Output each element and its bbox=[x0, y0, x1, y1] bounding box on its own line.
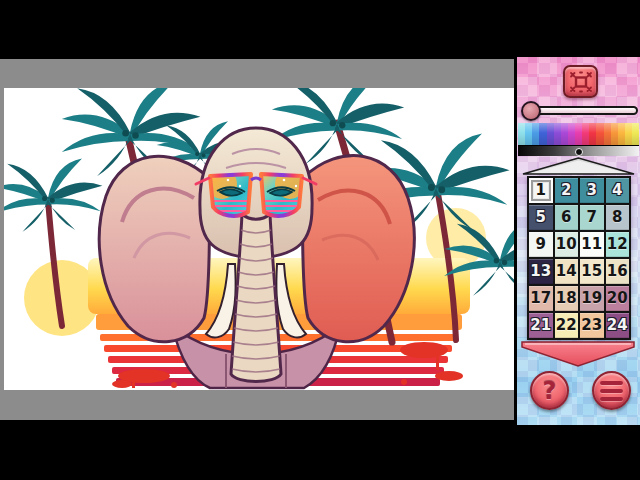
palette-cell-3[interactable]: 3 bbox=[580, 178, 604, 203]
spectrum-swatch-1[interactable] bbox=[525, 123, 532, 145]
spectrum-swatch-0[interactable] bbox=[518, 123, 525, 145]
spectrum-swatch-12[interactable] bbox=[604, 123, 611, 145]
spectrum-swatch-3[interactable] bbox=[539, 123, 546, 145]
shade-gradient-bar[interactable] bbox=[518, 145, 639, 156]
palette-cell-14[interactable]: 14 bbox=[555, 259, 579, 284]
palette-cell-8[interactable]: 8 bbox=[606, 205, 630, 230]
palette-arrow-banner bbox=[521, 341, 635, 367]
palette-cell-7[interactable]: 7 bbox=[580, 205, 604, 230]
spectrum-swatch-11[interactable] bbox=[596, 123, 603, 145]
frame-target-icon bbox=[569, 71, 593, 93]
palette-cell-1[interactable]: 1 bbox=[529, 178, 553, 203]
tool-sidebar: 123456789101112131415161718192021222324 … bbox=[514, 57, 640, 425]
spectrum-swatch-5[interactable] bbox=[554, 123, 561, 145]
spectrum-swatch-16[interactable] bbox=[632, 123, 639, 145]
palette-cell-23[interactable]: 23 bbox=[580, 313, 604, 338]
palette-cell-19[interactable]: 19 bbox=[580, 286, 604, 311]
frame-tool-button[interactable] bbox=[563, 65, 598, 98]
size-slider-knob[interactable] bbox=[521, 101, 541, 121]
spectrum-swatch-2[interactable] bbox=[532, 123, 539, 145]
spectrum-swatch-4[interactable] bbox=[547, 123, 554, 145]
palette-cell-6[interactable]: 6 bbox=[555, 205, 579, 230]
spectrum-swatch-10[interactable] bbox=[589, 123, 596, 145]
palette-roof bbox=[522, 157, 635, 175]
spectrum-swatch-15[interactable] bbox=[625, 123, 632, 145]
coloring-canvas[interactable] bbox=[4, 88, 514, 390]
shade-marker[interactable] bbox=[575, 148, 583, 156]
color-spectrum-bar[interactable] bbox=[518, 123, 639, 145]
spectrum-swatch-8[interactable] bbox=[575, 123, 582, 145]
palette-cell-9[interactable]: 9 bbox=[529, 232, 553, 257]
palette-cell-24[interactable]: 24 bbox=[606, 313, 630, 338]
color-number-grid: 123456789101112131415161718192021222324 bbox=[527, 176, 631, 340]
elephant-artwork bbox=[4, 88, 514, 390]
spectrum-swatch-7[interactable] bbox=[568, 123, 575, 145]
palette-cell-20[interactable]: 20 bbox=[606, 286, 630, 311]
spectrum-swatch-13[interactable] bbox=[611, 123, 618, 145]
help-button[interactable]: ? bbox=[530, 371, 569, 410]
menu-icon bbox=[600, 379, 623, 403]
spectrum-swatch-14[interactable] bbox=[618, 123, 625, 145]
palette-cell-10[interactable]: 10 bbox=[555, 232, 579, 257]
game-window: 123456789101112131415161718192021222324 … bbox=[0, 0, 640, 480]
menu-button[interactable] bbox=[592, 371, 631, 410]
palette-cell-13[interactable]: 13 bbox=[529, 259, 553, 284]
palette-cell-22[interactable]: 22 bbox=[555, 313, 579, 338]
spectrum-swatch-6[interactable] bbox=[561, 123, 568, 145]
spectrum-swatch-9[interactable] bbox=[582, 123, 589, 145]
palette-cell-11[interactable]: 11 bbox=[580, 232, 604, 257]
palette-cell-5[interactable]: 5 bbox=[529, 205, 553, 230]
palette-cell-18[interactable]: 18 bbox=[555, 286, 579, 311]
palette-cell-2[interactable]: 2 bbox=[555, 178, 579, 203]
palette-cell-21[interactable]: 21 bbox=[529, 313, 553, 338]
question-mark-icon: ? bbox=[543, 377, 557, 405]
palette-cell-15[interactable]: 15 bbox=[580, 259, 604, 284]
palette-cell-4[interactable]: 4 bbox=[606, 178, 630, 203]
palette-cell-16[interactable]: 16 bbox=[606, 259, 630, 284]
palette-cell-17[interactable]: 17 bbox=[529, 286, 553, 311]
size-slider-track[interactable] bbox=[526, 106, 638, 115]
palette-cell-12[interactable]: 12 bbox=[606, 232, 630, 257]
